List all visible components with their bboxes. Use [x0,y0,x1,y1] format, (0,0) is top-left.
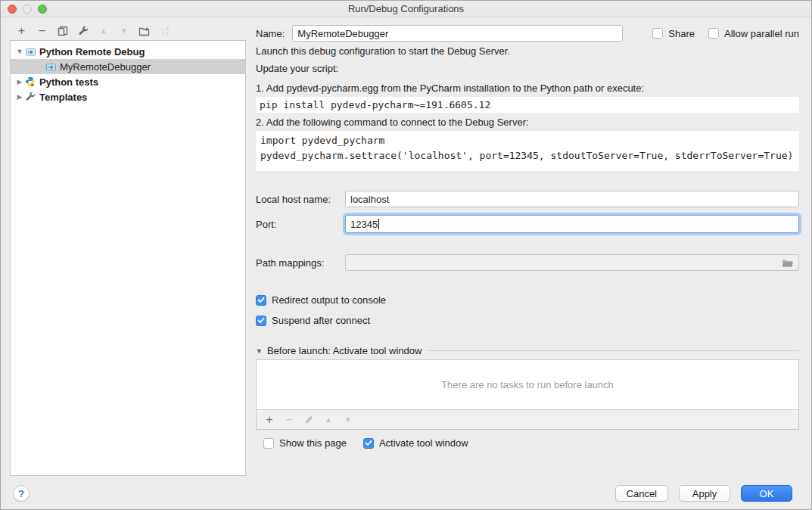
before-launch-toolbar: + − ▲ ▼ [256,410,799,430]
check-icon [257,317,265,324]
python-tests-icon [24,76,36,87]
configurations-toolbar: + − ▲ ▼ ↓ az [11,23,175,39]
show-this-page-checkbox[interactable] [263,438,274,449]
port-row: Port: 12345 [256,213,799,235]
code-line-1: import pydevd_pycharm [260,133,795,148]
name-label: Name: [256,28,285,39]
name-input[interactable] [292,25,623,42]
add-task-button[interactable]: + [260,412,279,428]
tree-item-label: Templates [39,92,87,103]
port-label: Port: [256,219,345,230]
edit-templates-button[interactable] [73,23,93,39]
before-launch-task-list: There are no tasks to run before launch [256,359,799,410]
ok-button[interactable]: OK [741,485,792,502]
folder-icon [782,258,794,268]
copy-configuration-button[interactable] [52,23,73,39]
suspend-after-connect-row: Suspend after connect [256,315,799,326]
triangle-down-icon: ▼ [344,416,352,424]
footer-options: Show this page Activate tool window [263,437,799,449]
wrench-icon [24,92,36,102]
copy-icon [58,26,68,36]
wrench-icon [78,26,89,36]
pip-command: pip install pydevd-pycharm~=191.6605.12 [256,97,799,113]
activate-tool-window-row: Activate tool window [363,437,468,449]
cancel-button[interactable]: Cancel [615,485,668,502]
tree-item-label: MyRemoteDebugger [60,61,151,73]
description-line-2: Update your script: [256,63,799,74]
step-1-text: 1. Add pydevd-pycharm.egg from the PyCha… [256,82,799,94]
port-input[interactable]: 12345 [345,215,799,233]
plus-icon: + [18,25,25,37]
suspend-after-connect-checkbox[interactable] [256,316,266,326]
tree-item-label: Python tests [39,76,98,88]
close-button[interactable] [8,5,17,14]
title-bar: Run/Debug Configurations [1,1,811,17]
add-configuration-button[interactable]: + [11,23,32,39]
path-mappings-row: Path mappings: [256,253,799,272]
expander-icon[interactable]: ▼ [15,48,24,55]
empty-tasks-text: There are no tasks to run before launch [441,379,614,390]
redirect-output-checkbox[interactable] [256,295,266,306]
port-value: 12345 [350,219,378,230]
move-up-button[interactable]: ▲ [93,23,114,39]
tree-item-python-tests[interactable]: ▶ Python tests [11,74,245,89]
sort-configurations-button[interactable]: ↓ az [154,23,175,39]
share-checkbox[interactable] [652,28,663,39]
remove-task-button[interactable]: − [279,412,299,428]
redirect-output-row: Redirect output to console [256,294,799,306]
move-task-up-button[interactable]: ▲ [319,412,338,428]
code-snippet: import pydevd_pycharm pydevd_pycharm.set… [256,131,799,171]
minimize-button[interactable] [23,5,32,14]
share-label: Share [668,28,695,39]
show-this-page-row: Show this page [263,437,347,449]
window-title: Run/Debug Configurations [348,3,464,14]
header-divider [428,350,799,351]
expander-icon[interactable]: ▶ [15,78,24,86]
path-mappings-input[interactable] [345,254,799,271]
dialog-buttons: Cancel Apply OK [615,485,792,502]
local-host-input[interactable] [345,191,799,207]
tree-item-label: Python Remote Debug [39,46,145,58]
tree-item-myremotedebugger[interactable]: MyRemoteDebugger [11,59,245,74]
move-task-down-button[interactable]: ▼ [338,412,358,428]
new-folder-button[interactable] [134,23,154,39]
local-host-label: Local host name: [256,194,345,205]
activate-tool-window-checkbox[interactable] [363,438,374,449]
configurations-tree: ▼ Python Remote Debug MyRemoteDebugger ▶ [10,40,246,476]
triangle-up-icon: ▲ [325,416,332,424]
path-mappings-label: Path mappings: [256,257,345,269]
zoom-button[interactable] [38,5,47,14]
local-host-row: Local host name: [256,190,799,208]
redirect-output-label: Redirect output to console [272,294,386,306]
expander-icon[interactable]: ▶ [15,93,24,101]
move-down-button[interactable]: ▼ [114,23,134,39]
tree-item-python-remote-debug[interactable]: ▼ Python Remote Debug [11,44,245,59]
triangle-down-icon: ▼ [120,27,128,35]
edit-task-button[interactable] [299,412,319,428]
description-line-1: Launch this debug configuration to start… [256,45,799,57]
sort-az-icon: ↓ az [160,26,169,36]
folder-plus-icon [138,26,150,36]
minus-icon: − [285,414,292,426]
apply-button[interactable]: Apply [679,485,730,502]
allow-parallel-row: Allow parallel run [708,28,799,39]
show-this-page-label: Show this page [279,437,347,449]
activate-tool-window-label: Activate tool window [379,437,468,449]
plus-icon: + [266,414,272,426]
collapse-triangle-icon: ▼ [256,347,263,355]
allow-parallel-label: Allow parallel run [724,28,799,39]
browse-folder-button[interactable] [781,257,795,269]
check-icon [257,297,265,303]
step-2-text: 2. Add the following command to connect … [256,117,799,128]
run-debug-configurations-dialog: Run/Debug Configurations + − ▲ ▼ ↓ az ▼ [0,0,812,510]
allow-parallel-checkbox[interactable] [708,28,719,39]
tree-item-templates[interactable]: ▶ Templates [11,89,245,104]
name-row: Name: Share Allow parallel run [256,24,799,42]
check-icon [365,440,372,446]
minus-icon: − [39,25,45,37]
before-launch-header[interactable]: ▼ Before launch: Activate tool window [256,345,799,356]
run-config-icon [24,46,36,57]
question-mark-icon: ? [18,488,24,499]
help-button[interactable]: ? [13,485,30,502]
remove-configuration-button[interactable]: − [32,23,52,39]
